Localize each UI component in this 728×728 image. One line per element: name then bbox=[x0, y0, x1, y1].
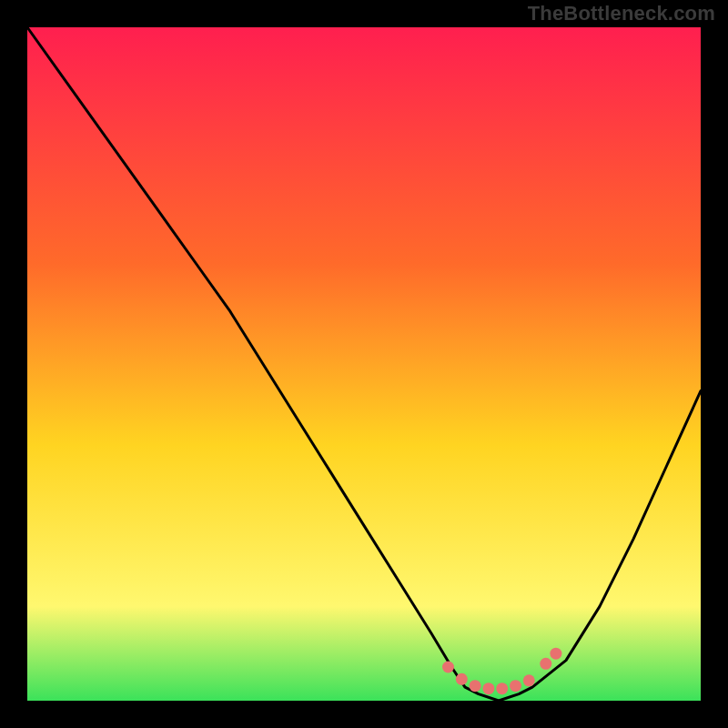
curve-marker bbox=[482, 682, 494, 694]
chart-frame: TheBottleneck.com bbox=[0, 0, 728, 728]
plot-background bbox=[27, 27, 701, 701]
curve-marker bbox=[510, 680, 521, 692]
bottleneck-chart bbox=[0, 0, 728, 728]
curve-marker bbox=[456, 673, 468, 685]
curve-marker bbox=[496, 682, 508, 694]
curve-marker bbox=[470, 680, 481, 692]
curve-marker bbox=[550, 648, 561, 660]
curve-marker bbox=[442, 662, 454, 673]
curve-marker bbox=[540, 658, 551, 670]
curve-marker bbox=[523, 674, 535, 686]
watermark-text: TheBottleneck.com bbox=[528, 2, 715, 25]
